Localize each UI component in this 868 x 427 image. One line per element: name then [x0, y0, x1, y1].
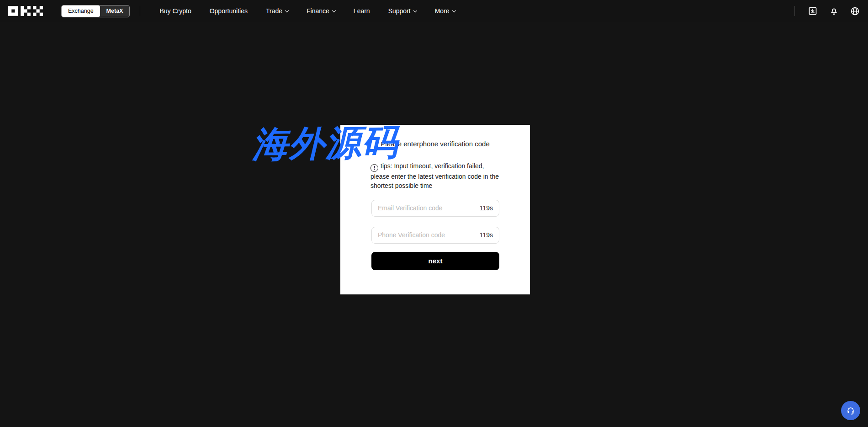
- tips-text: tips: Input timeout, verification failed…: [370, 162, 499, 189]
- phone-code-field-wrap: 119s: [371, 227, 499, 244]
- nav-item-support[interactable]: Support: [388, 7, 417, 15]
- verification-modal: Please enterphone verification code !tip…: [340, 125, 530, 294]
- phone-code-input[interactable]: [378, 231, 476, 239]
- notifications-button[interactable]: [829, 6, 839, 16]
- nav-item-finance[interactable]: Finance: [307, 7, 335, 15]
- chevron-down-icon: [452, 8, 455, 12]
- nav-divider: [140, 6, 140, 16]
- nav-item-opportunities[interactable]: Opportunities: [210, 7, 248, 15]
- nav-label: More: [435, 7, 450, 15]
- email-code-input[interactable]: [378, 204, 476, 212]
- nav-label: Finance: [307, 7, 329, 15]
- nav-label: Learn: [354, 7, 370, 15]
- nav-item-buy-crypto[interactable]: Buy Crypto: [159, 7, 191, 15]
- main-nav: Buy Crypto Opportunities Trade Finance L…: [150, 7, 464, 15]
- headset-icon: [846, 406, 855, 415]
- timeout-warning: !tips: Input timeout, verification faile…: [370, 161, 500, 190]
- chevron-down-icon: [285, 8, 289, 12]
- okx-logo[interactable]: [8, 6, 43, 16]
- globe-icon: [850, 6, 860, 16]
- nav-item-learn[interactable]: Learn: [354, 7, 370, 15]
- chevron-down-icon: [413, 8, 417, 12]
- next-button[interactable]: next: [371, 252, 499, 270]
- phone-code-timer: 119s: [480, 231, 493, 239]
- metax-tab[interactable]: MetaX: [100, 5, 130, 17]
- bell-icon: [829, 6, 839, 16]
- nav-label: Trade: [266, 7, 282, 15]
- nav-item-trade[interactable]: Trade: [266, 7, 288, 15]
- modal-title: Please enterphone verification code: [362, 140, 508, 148]
- download-app-button[interactable]: [808, 6, 818, 16]
- download-icon: [808, 6, 817, 16]
- email-code-field-wrap: 119s: [371, 200, 499, 217]
- email-code-timer: 119s: [480, 204, 493, 212]
- nav-label: Support: [388, 7, 411, 15]
- alert-circle-icon: !: [370, 164, 378, 172]
- language-button[interactable]: [850, 6, 860, 16]
- nav-label: Buy Crypto: [159, 7, 191, 15]
- top-navbar: Exchange MetaX Buy Crypto Opportunities …: [0, 0, 868, 22]
- exchange-tab[interactable]: Exchange: [62, 5, 100, 17]
- nav-item-more[interactable]: More: [435, 7, 455, 15]
- chevron-down-icon: [332, 8, 336, 12]
- support-chat-button[interactable]: [841, 401, 860, 420]
- nav-divider: [794, 6, 795, 16]
- nav-label: Opportunities: [210, 7, 248, 15]
- exchange-metax-toggle: Exchange MetaX: [61, 5, 130, 17]
